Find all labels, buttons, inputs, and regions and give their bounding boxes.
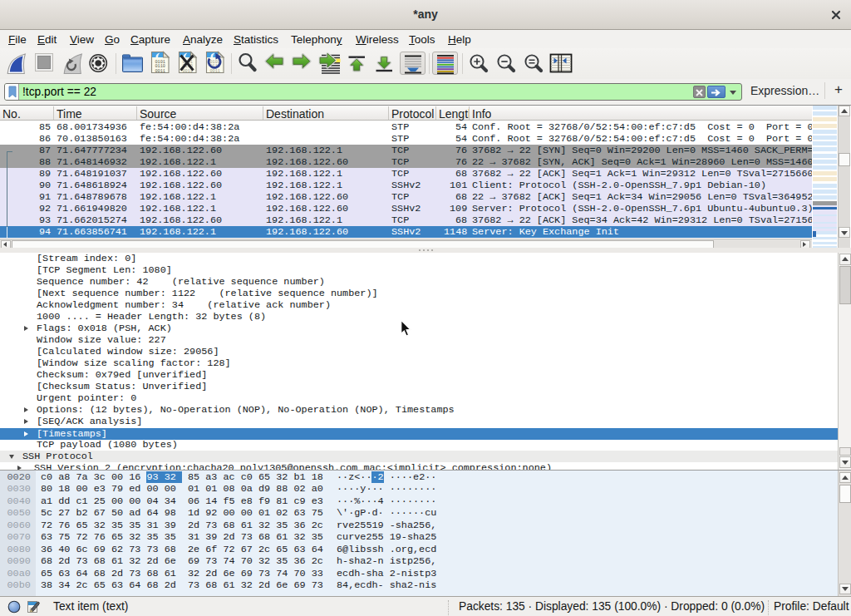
svg-text:0011: 0011 (210, 69, 220, 74)
svg-text:0011: 0011 (155, 69, 165, 74)
